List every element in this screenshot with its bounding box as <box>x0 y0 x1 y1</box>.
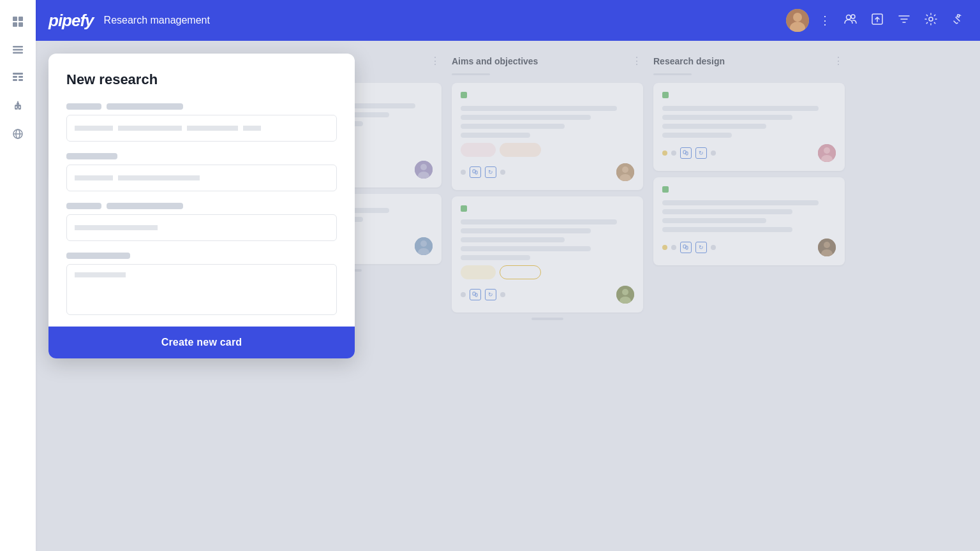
column-aims-cards: ↻ <box>452 83 643 312</box>
svg-rect-54 <box>683 151 686 154</box>
svg-rect-9 <box>19 76 23 78</box>
card-line <box>662 218 766 223</box>
card-avatar <box>616 286 634 304</box>
table-row[interactable]: ↻ <box>653 177 845 265</box>
column-research-design-cards: ↻ <box>653 83 845 265</box>
card-line <box>662 124 766 129</box>
svg-point-52 <box>622 289 628 295</box>
table-row[interactable]: ↻ <box>452 83 643 190</box>
sidebar-icon-robot[interactable] <box>6 94 29 117</box>
card-line <box>461 246 591 251</box>
modal-title: New research <box>66 71 337 88</box>
card-footer-dot <box>662 245 667 250</box>
card-line <box>662 106 819 111</box>
column-research-design-menu-icon[interactable]: ⋮ <box>832 54 845 68</box>
table-row[interactable]: ↻ <box>653 83 845 171</box>
card-dot-green <box>461 92 467 98</box>
column-research-design-title: Research design <box>653 56 827 66</box>
header-people-icon[interactable] <box>841 10 860 32</box>
column-literature-menu-icon[interactable]: ⋮ <box>429 54 442 68</box>
card-line <box>461 228 591 233</box>
svg-rect-44 <box>473 170 475 173</box>
card-footer: ↻ <box>662 239 836 256</box>
form-label-bar <box>66 103 101 110</box>
form-label-2 <box>66 153 337 159</box>
header-export-icon[interactable] <box>868 10 887 32</box>
form-input-4[interactable] <box>66 264 337 315</box>
svg-rect-7 <box>13 73 23 75</box>
card-line <box>662 115 792 120</box>
form-label-4 <box>66 253 337 259</box>
card-line <box>461 133 530 138</box>
card-footer: ↻ <box>461 163 634 181</box>
card-tag-yellow <box>461 265 496 279</box>
card-dot-green <box>662 186 669 193</box>
form-label-bar <box>66 153 117 159</box>
form-input-3[interactable] <box>66 214 337 241</box>
card-dot-green <box>461 205 467 212</box>
card-avatar <box>818 239 836 256</box>
sidebar-icon-globe[interactable] <box>6 122 29 145</box>
card-footer-icons: ↻ <box>662 147 716 159</box>
svg-point-57 <box>824 147 830 154</box>
table-row[interactable]: ↻ <box>452 196 643 312</box>
form-group-2 <box>66 153 337 191</box>
svg-rect-2 <box>13 22 17 27</box>
user-avatar[interactable] <box>786 9 809 32</box>
form-input-1[interactable] <box>66 115 337 142</box>
column-aims-menu-icon[interactable]: ⋮ <box>630 54 643 68</box>
card-tag-pink <box>461 143 496 157</box>
form-label-bar <box>66 253 130 259</box>
header-right: ⋮ <box>786 9 967 32</box>
header-title: Research management <box>104 15 210 26</box>
header-settings-icon[interactable] <box>921 10 940 32</box>
header-filter-icon[interactable] <box>895 10 914 32</box>
svg-rect-16 <box>17 109 19 110</box>
card-line <box>461 255 530 260</box>
card-footer-dot <box>662 151 667 156</box>
svg-rect-50 <box>475 293 477 297</box>
column-aims-title: Aims and objectives <box>452 56 625 66</box>
board-area: Proposals + ⋮ 🏷 <box>36 41 980 551</box>
svg-rect-60 <box>686 246 688 249</box>
card-footer-icons: ↻ <box>662 242 716 253</box>
scroll-indicator <box>531 318 563 320</box>
card-footer-dot <box>500 170 505 175</box>
card-avatar <box>616 163 634 181</box>
svg-point-18 <box>17 101 19 103</box>
card-footer-icon-refresh: ↻ <box>485 289 496 300</box>
svg-rect-59 <box>683 245 686 248</box>
card-line <box>461 237 565 242</box>
card-footer-dot <box>711 245 716 250</box>
card-footer: ↻ <box>662 144 836 162</box>
form-input-2[interactable] <box>66 165 337 191</box>
card-footer: ↻ <box>461 286 634 304</box>
svg-rect-0 <box>13 17 17 21</box>
svg-rect-10 <box>13 79 17 81</box>
logo: pipefy <box>48 11 94 31</box>
card-footer-dot <box>711 151 716 156</box>
sidebar-icon-list[interactable] <box>6 38 29 61</box>
svg-point-37 <box>420 164 427 170</box>
card-footer-dot <box>461 170 466 175</box>
header-more-icon[interactable]: ⋮ <box>817 11 833 30</box>
svg-rect-11 <box>19 79 23 81</box>
header-tool-icon[interactable] <box>948 10 967 32</box>
sidebar-icon-grid[interactable] <box>6 10 29 33</box>
svg-point-62 <box>824 242 830 248</box>
card-avatar <box>415 161 433 179</box>
card-tags <box>461 143 634 157</box>
svg-point-26 <box>851 15 855 18</box>
card-avatar <box>415 237 433 255</box>
svg-rect-4 <box>13 46 23 48</box>
card-footer-icon-attach <box>470 166 481 178</box>
form-group-3 <box>66 203 337 241</box>
sidebar-icon-table[interactable] <box>6 66 29 89</box>
column-aims-underline <box>452 73 490 75</box>
card-footer-dot <box>461 292 466 297</box>
card-line <box>461 124 565 129</box>
card-footer-icon-refresh: ↻ <box>695 242 707 253</box>
svg-rect-55 <box>686 152 688 155</box>
column-aims-header: Aims and objectives ⋮ <box>452 54 643 68</box>
create-new-card-button[interactable]: Create new card <box>161 337 242 348</box>
